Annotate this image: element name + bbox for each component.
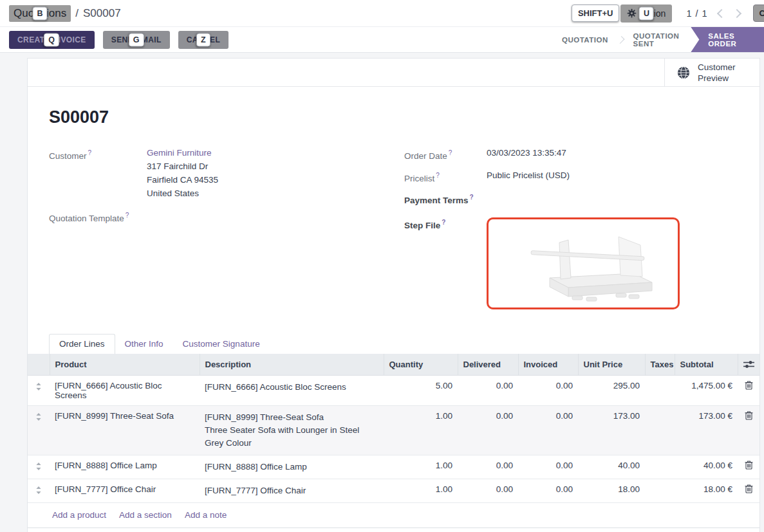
top-navbar: Quotations B / S00007 SHIFT+U Action U 1… — [0, 0, 764, 27]
product-cell[interactable]: [FURN_6666] Acoustic Bloc Screens — [50, 375, 200, 405]
quantity-cell[interactable]: 5.00 — [384, 375, 458, 405]
unit-price-cell[interactable]: 295.00 — [578, 375, 645, 405]
order-line-row: [FURN_8888] Office Lamp [FURN_8888] Offi… — [28, 455, 759, 479]
customer-preview-label: Customer Preview — [698, 62, 740, 84]
customer-address-line: 317 Fairchild Dr — [147, 160, 218, 173]
gear-icon — [627, 8, 637, 18]
delete-line-icon[interactable] — [745, 381, 753, 392]
tab-customer-signature[interactable]: Customer Signature — [173, 335, 270, 354]
page-title: S00007 — [49, 107, 736, 127]
add-a-note-link[interactable]: Add a note — [185, 510, 227, 520]
customer-link[interactable]: Gemini Furniture — [147, 148, 212, 158]
drag-handle-icon[interactable] — [33, 484, 44, 494]
unit-price-cell[interactable]: 173.00 — [578, 405, 645, 455]
taxes-column-header[interactable]: Taxes — [645, 354, 675, 376]
drag-handle-icon[interactable] — [33, 381, 44, 390]
product-column-header[interactable]: Product — [50, 354, 200, 376]
invoiced-cell[interactable]: 0.00 — [518, 375, 578, 405]
taxes-cell[interactable] — [645, 479, 675, 502]
corner-button-label: C — [759, 8, 764, 18]
create-invoice-button[interactable]: CREATE INVOICE Q — [9, 31, 95, 49]
delivered-cell[interactable]: 0.00 — [458, 479, 518, 502]
action-menu-button[interactable]: Action U — [620, 5, 672, 23]
optional-columns-icon[interactable] — [743, 360, 755, 369]
unit-price-cell[interactable]: 18.00 — [578, 479, 645, 502]
quantity-cell[interactable]: 1.00 — [384, 479, 458, 502]
tab-other-info[interactable]: Other Info — [115, 335, 173, 354]
chevron-right-icon — [617, 36, 624, 44]
order-line-row: [FURN_8999] Three-Seat Sofa [FURN_8999] … — [28, 405, 759, 455]
breadcrumb-section[interactable]: Quotations B — [9, 5, 71, 22]
taxes-cell[interactable] — [645, 455, 675, 479]
statusbar-step-sales-order[interactable]: SALES ORDER — [691, 27, 764, 52]
action-buttons: CREATE INVOICE Q SEND EMAIL G CANCEL Z — [0, 31, 237, 49]
notebook-tabs: Order Lines Other Info Customer Signatur… — [49, 334, 759, 354]
help-icon: ? — [88, 149, 92, 156]
statusbar-step-quotation[interactable]: QUOTATION — [554, 27, 617, 52]
tab-order-lines[interactable]: Order Lines — [49, 334, 115, 354]
invoiced-cell[interactable]: 0.00 — [518, 479, 578, 502]
delete-line-icon[interactable] — [745, 411, 753, 422]
form-top-strip: Customer Preview — [28, 59, 759, 87]
order-line-row: [FURN_6666] Acoustic Bloc Screens [FURN_… — [28, 375, 759, 405]
step-file-image[interactable] — [487, 217, 680, 309]
cancel-button[interactable]: CANCEL Z — [178, 31, 228, 49]
quantity-cell[interactable]: 1.00 — [384, 455, 458, 479]
drag-handle-icon[interactable] — [33, 461, 44, 470]
delete-line-icon[interactable] — [745, 484, 753, 495]
help-icon: ? — [449, 149, 452, 156]
delivered-cell[interactable]: 0.00 — [458, 455, 518, 479]
delete-line-icon[interactable] — [745, 461, 753, 472]
delivered-cell[interactable]: 0.00 — [458, 375, 518, 405]
delivered-cell[interactable]: 0.00 — [458, 405, 518, 455]
form-footer: Terms and conditions... Total: 1,706.00 … — [28, 528, 759, 532]
quotation-template-field-label: Quotation Template? — [49, 209, 147, 225]
globe-icon — [676, 66, 691, 80]
order-date-field-label: Order Date? — [404, 147, 487, 163]
invoiced-column-header[interactable]: Invoiced — [518, 354, 578, 376]
description-cell[interactable]: [FURN_8999] Three-Seat Sofa Three Seater… — [200, 405, 384, 455]
help-icon: ? — [470, 194, 474, 201]
description-cell[interactable]: [FURN_8888] Office Lamp — [200, 455, 384, 479]
quantity-column-header[interactable]: Quantity — [384, 354, 458, 376]
subtotal-cell: 1,475.00 € — [675, 375, 738, 405]
previous-record-button[interactable] — [717, 8, 726, 17]
delivered-column-header[interactable]: Delivered — [458, 354, 518, 376]
product-cell[interactable]: [FURN_8888] Office Lamp — [50, 455, 200, 479]
form-sheet: Customer Preview S00007 Customer? Gemini… — [27, 58, 760, 532]
payment-terms-field-label: Payment Terms? — [404, 191, 487, 207]
order-line-row: [FURN_7777] Office Chair [FURN_7777] Off… — [28, 479, 759, 502]
description-cell[interactable]: [FURN_6666] Acoustic Bloc Screens — [200, 375, 384, 405]
statusbar-step-quotation-sent[interactable]: QUOTATION SENT — [625, 27, 688, 52]
next-record-button[interactable] — [732, 8, 741, 17]
taxes-cell[interactable] — [645, 405, 675, 455]
pricelist-field-value[interactable]: Public Pricelist (USD) — [487, 169, 570, 185]
corner-button[interactable]: C — [753, 5, 764, 22]
quantity-cell[interactable]: 1.00 — [384, 405, 458, 455]
description-cell[interactable]: [FURN_7777] Office Chair — [200, 479, 384, 502]
product-cell[interactable]: [FURN_8999] Three-Seat Sofa — [50, 405, 200, 455]
product-cell[interactable]: [FURN_7777] Office Chair — [50, 479, 200, 502]
step-file-3d-render — [489, 221, 678, 305]
hint-badge-cancel: Z — [196, 33, 210, 46]
customer-preview-button[interactable]: Customer Preview — [664, 59, 759, 86]
unit-price-column-header[interactable]: Unit Price — [578, 354, 645, 376]
send-email-button[interactable]: SEND EMAIL G — [103, 31, 170, 49]
taxes-cell[interactable] — [645, 375, 675, 405]
customer-address-line: Fairfield CA 94535 — [147, 173, 218, 187]
drag-handle-icon[interactable] — [33, 411, 44, 421]
invoiced-cell[interactable]: 0.00 — [518, 405, 578, 455]
add-a-section-link[interactable]: Add a section — [119, 510, 172, 520]
order-date-field-value[interactable]: 03/03/2023 13:35:47 — [487, 147, 566, 163]
unit-price-cell[interactable]: 40.00 — [578, 455, 645, 479]
table-header-row: Product Description Quantity Delivered I… — [28, 354, 759, 376]
breadcrumb: Quotations B / S00007 — [0, 5, 121, 22]
add-a-product-link[interactable]: Add a product — [52, 510, 106, 520]
invoiced-cell[interactable]: 0.00 — [518, 455, 578, 479]
handle-column-header — [28, 354, 50, 376]
breadcrumb-record: S00007 — [83, 7, 121, 20]
subtotal-column-header[interactable]: Subtotal — [675, 354, 738, 376]
customer-field-label: Customer? — [49, 147, 147, 200]
hint-badge-send-email: G — [129, 33, 144, 46]
description-column-header[interactable]: Description — [200, 354, 384, 376]
